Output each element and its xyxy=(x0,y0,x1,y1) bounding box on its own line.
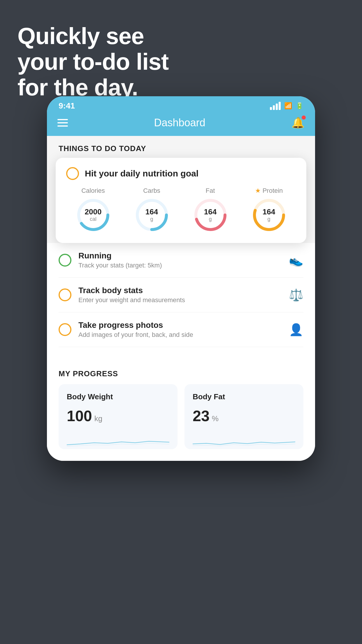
things-section-title: THINGS TO DO TODAY xyxy=(59,144,303,153)
macro-fat: Fat 164 g xyxy=(193,187,228,232)
macro-label-protein: ★ Protein xyxy=(255,187,283,195)
phone-mockup: 9:41 📶 🔋 Dashboard 🔔 THINGS TO DO TODAY xyxy=(47,96,315,461)
macro-value-protein: 164 xyxy=(263,208,275,216)
todo-circle-photos xyxy=(59,323,71,336)
progress-unit-fat: % xyxy=(212,414,219,423)
macros-row: Calories 2000 cal Carbs xyxy=(66,187,296,232)
progress-card-fat[interactable]: Body Fat 23 % xyxy=(184,384,303,449)
progress-value-weight: 100 xyxy=(67,407,92,425)
macro-unit-calories: cal xyxy=(85,216,102,222)
progress-value-fat: 23 xyxy=(193,407,210,425)
fat-wave-chart xyxy=(193,432,295,449)
weight-wave-chart xyxy=(67,432,169,449)
todo-name-running: Running xyxy=(78,251,162,260)
hero-text: Quickly see your to-do list for the day. xyxy=(17,23,168,100)
progress-card-title-fat: Body Fat xyxy=(193,392,295,401)
scale-icon: ⚖️ xyxy=(289,288,303,302)
star-icon: ★ xyxy=(255,187,261,195)
macro-unit-carbs: g xyxy=(145,216,158,222)
running-icon: 👟 xyxy=(289,253,303,267)
progress-card-weight[interactable]: Body Weight 100 kg xyxy=(59,384,178,449)
spacer xyxy=(47,347,315,361)
macro-unit-protein: g xyxy=(263,216,275,222)
todo-item-body-stats[interactable]: Track body stats Enter your weight and m… xyxy=(59,278,303,312)
todo-name-photos: Take progress photos xyxy=(78,321,193,330)
macro-label-fat: Fat xyxy=(206,187,215,195)
status-icons: 📶 🔋 xyxy=(270,102,303,110)
nutrition-card-header: Hit your daily nutrition goal xyxy=(66,167,296,180)
nutrition-card: Hit your daily nutrition goal Calories 2… xyxy=(56,158,306,243)
progress-section: MY PROGRESS Body Weight 100 kg Body Fa xyxy=(47,361,315,461)
app-header: Dashboard 🔔 xyxy=(47,114,315,136)
macro-label-carbs: Carbs xyxy=(143,187,160,195)
bell-icon[interactable]: 🔔 xyxy=(291,117,305,129)
signal-icon xyxy=(270,102,281,110)
notification-dot xyxy=(302,116,306,120)
progress-card-title-weight: Body Weight xyxy=(67,392,169,401)
todo-item-running[interactable]: Running Track your stats (target: 5km) 👟 xyxy=(59,243,303,278)
hamburger-icon[interactable] xyxy=(57,119,68,127)
todo-circle-running xyxy=(59,254,71,267)
macro-value-calories: 2000 xyxy=(85,208,102,216)
macro-value-fat: 164 xyxy=(204,208,217,216)
donut-fat: 164 g xyxy=(193,197,228,232)
todo-sub-photos: Add images of your front, back, and side xyxy=(78,331,193,339)
donut-carbs: 164 g xyxy=(134,197,169,232)
nutrition-card-title: Hit your daily nutrition goal xyxy=(85,169,198,178)
macro-value-carbs: 164 xyxy=(145,208,158,216)
progress-cards: Body Weight 100 kg Body Fat 23 % xyxy=(59,384,303,461)
macro-carbs: Carbs 164 g xyxy=(134,187,169,232)
macro-protein: ★ Protein 164 g xyxy=(252,187,287,232)
macro-calories: Calories 2000 cal xyxy=(76,187,111,232)
todo-sub-body-stats: Enter your weight and measurements xyxy=(78,296,185,304)
header-title: Dashboard xyxy=(154,117,205,129)
macro-label-calories: Calories xyxy=(81,187,105,195)
status-time: 9:41 xyxy=(59,101,75,111)
nutrition-circle-check[interactable] xyxy=(66,167,79,180)
donut-calories: 2000 cal xyxy=(76,197,111,232)
todo-list: Running Track your stats (target: 5km) 👟… xyxy=(47,243,315,347)
todo-name-body-stats: Track body stats xyxy=(78,286,185,295)
todo-item-photos[interactable]: Take progress photos Add images of your … xyxy=(59,312,303,347)
things-section: THINGS TO DO TODAY Hit your daily nutrit… xyxy=(47,136,315,243)
progress-unit-weight: kg xyxy=(94,414,102,423)
wifi-icon: 📶 xyxy=(284,102,292,110)
macro-unit-fat: g xyxy=(204,216,217,222)
donut-protein: 164 g xyxy=(252,197,287,232)
todo-circle-body-stats xyxy=(59,288,71,301)
progress-section-title: MY PROGRESS xyxy=(59,369,303,378)
battery-icon: 🔋 xyxy=(296,102,303,110)
status-bar: 9:41 📶 🔋 xyxy=(47,96,315,114)
todo-sub-running: Track your stats (target: 5km) xyxy=(78,262,162,269)
photo-icon: 👤 xyxy=(289,323,303,337)
